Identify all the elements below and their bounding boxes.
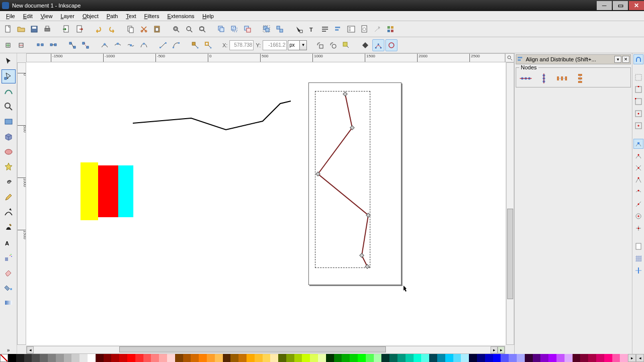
snap-rotation-center-button[interactable] — [633, 223, 643, 233]
fill-stroke-button[interactable] — [293, 23, 305, 35]
color-swatch[interactable] — [64, 354, 72, 362]
color-swatch[interactable] — [326, 354, 334, 362]
delete-node-button[interactable] — [15, 39, 27, 51]
snap-intersection-button[interactable] — [633, 163, 643, 173]
align-nodes-h-button[interactable] — [519, 73, 532, 84]
color-swatch[interactable] — [501, 354, 509, 362]
xml-editor-button[interactable] — [319, 23, 331, 35]
snap-bbox-edge-button[interactable] — [633, 84, 643, 95]
line-segment-button[interactable] — [157, 39, 169, 51]
color-swatch[interactable] — [207, 354, 215, 362]
color-swatch[interactable] — [493, 354, 501, 362]
color-swatch[interactable] — [604, 354, 612, 362]
show-handles-button[interactable] — [372, 39, 384, 51]
color-swatch[interactable] — [533, 354, 541, 362]
cusp-node-button[interactable] — [99, 39, 111, 51]
color-swatch[interactable] — [469, 354, 477, 362]
snap-bbox-center-button[interactable] — [633, 121, 643, 131]
undo-button[interactable] — [93, 23, 105, 35]
canvas[interactable] — [26, 62, 505, 345]
menu-text[interactable]: Text — [122, 12, 140, 20]
symmetric-node-button[interactable] — [125, 39, 137, 51]
menu-edit[interactable]: Edit — [19, 12, 37, 20]
close-button[interactable]: ✕ — [629, 1, 644, 10]
zoom-page-button[interactable] — [196, 23, 208, 35]
color-swatch[interactable] — [79, 354, 88, 362]
color-swatch[interactable] — [414, 354, 422, 362]
color-swatch[interactable] — [397, 354, 406, 362]
ellipse-tool[interactable] — [2, 145, 16, 159]
color-swatch[interactable] — [310, 354, 318, 362]
color-swatch[interactable] — [56, 354, 64, 362]
color-swatch[interactable] — [406, 354, 414, 362]
menu-extensions[interactable]: Extensions — [164, 12, 199, 20]
color-swatch[interactable] — [247, 354, 255, 362]
color-swatch[interactable] — [71, 354, 79, 362]
x-coord-input[interactable] — [229, 40, 254, 50]
color-swatch[interactable] — [620, 354, 628, 362]
color-swatch[interactable] — [119, 354, 127, 362]
color-swatch[interactable] — [48, 354, 56, 362]
hscroll-right[interactable]: ▸ — [491, 346, 498, 353]
color-swatch[interactable] — [96, 354, 104, 362]
color-swatch[interactable] — [389, 354, 397, 362]
print-button[interactable] — [41, 23, 53, 35]
color-swatch[interactable] — [175, 354, 183, 362]
hscroll-autoscroll[interactable]: ▸ — [498, 346, 505, 353]
maximize-button[interactable]: ▭ — [613, 1, 628, 10]
next-path-effect-button[interactable] — [340, 39, 352, 51]
color-swatch[interactable] — [588, 354, 596, 362]
color-swatch[interactable] — [40, 354, 48, 362]
cut-button[interactable] — [138, 23, 150, 35]
tools-button[interactable] — [371, 23, 383, 35]
color-swatch[interactable] — [366, 354, 374, 362]
color-swatch[interactable] — [159, 354, 167, 362]
color-swatch[interactable] — [32, 354, 40, 362]
zoom-drawing-button[interactable] — [183, 23, 195, 35]
preferences-button[interactable] — [345, 23, 357, 35]
star-tool[interactable] — [2, 160, 16, 174]
snap-bbox-corner-button[interactable] — [633, 97, 643, 107]
duplicate-button[interactable] — [215, 23, 227, 35]
calligraphy-tool[interactable] — [2, 220, 16, 234]
color-swatch[interactable] — [16, 354, 24, 362]
menu-help[interactable]: Help — [198, 12, 218, 20]
color-swatch[interactable] — [580, 354, 588, 362]
color-swatch[interactable] — [596, 354, 604, 362]
menu-file[interactable]: File — [2, 12, 19, 20]
color-swatch[interactable] — [358, 354, 366, 362]
color-swatch[interactable] — [374, 354, 382, 362]
color-swatch[interactable] — [485, 354, 493, 362]
color-swatch[interactable] — [199, 354, 207, 362]
object-to-path-button[interactable] — [189, 39, 201, 51]
color-swatch[interactable] — [565, 354, 573, 362]
color-swatch[interactable] — [135, 354, 143, 362]
rectangle-tool[interactable] — [2, 115, 16, 129]
smooth-node-button[interactable] — [112, 39, 124, 51]
snap-grid-button[interactable] — [633, 253, 643, 263]
menu-filters[interactable]: Filters — [140, 12, 164, 20]
export-button[interactable] — [73, 23, 86, 35]
open-file-button[interactable] — [15, 23, 27, 35]
vscrollbar[interactable] — [506, 62, 514, 345]
menu-layer[interactable]: Layer — [56, 12, 78, 20]
snap-path-button[interactable] — [633, 151, 643, 161]
color-swatch[interactable] — [318, 354, 326, 362]
color-swatch[interactable] — [302, 354, 310, 362]
color-swatch[interactable] — [573, 354, 581, 362]
gradient-tool[interactable] — [2, 296, 16, 310]
new-file-button[interactable] — [2, 23, 14, 35]
eraser-tool[interactable] — [2, 265, 16, 280]
snap-bbox-midpoint-button[interactable] — [633, 109, 643, 119]
color-swatch[interactable] — [215, 354, 223, 362]
horizontal-ruler[interactable]: -1500 -1000 -500 0 500 1000 1500 2000 25… — [26, 53, 505, 62]
curve-segment-button[interactable] — [170, 39, 182, 51]
color-swatch[interactable] — [342, 354, 350, 362]
text-tool[interactable]: A — [2, 235, 16, 249]
color-swatch[interactable] — [429, 354, 437, 362]
color-swatch[interactable] — [104, 354, 112, 362]
tweak-tool[interactable] — [2, 84, 16, 99]
color-swatch[interactable] — [548, 354, 556, 362]
y-coord-input[interactable] — [263, 40, 287, 50]
color-swatch[interactable] — [183, 354, 191, 362]
